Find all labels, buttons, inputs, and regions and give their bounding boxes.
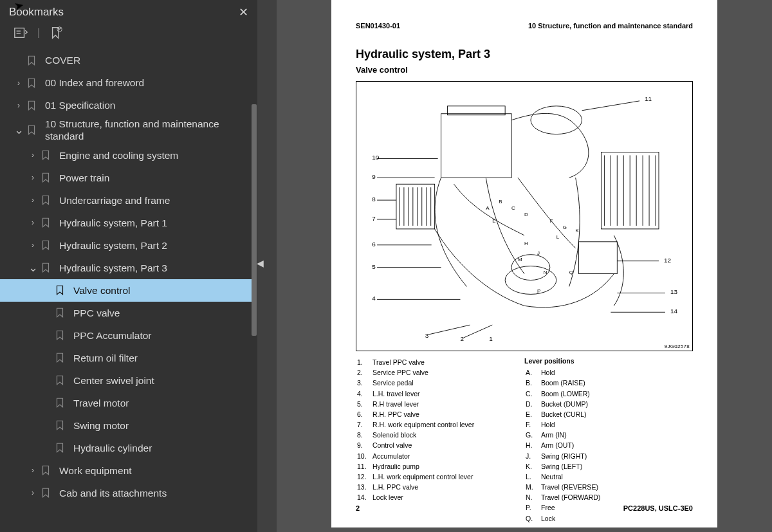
- chevron-right-icon[interactable]: ›: [26, 151, 40, 160]
- bookmark-item[interactable]: ›00 Index and foreword: [0, 71, 253, 94]
- part-name: R.H travel lever: [372, 399, 474, 408]
- lever-desc: Hold: [541, 368, 600, 377]
- bookmark-icon: [54, 397, 67, 408]
- bookmark-label: Valve control: [73, 284, 250, 297]
- lever-desc: Neutral: [541, 472, 600, 481]
- chevron-down-icon[interactable]: ⌄: [12, 127, 26, 133]
- bookmark-label: Swing motor: [73, 419, 250, 432]
- collapse-panel-icon[interactable]: ◀: [255, 257, 264, 269]
- chevron-right-icon[interactable]: ›: [26, 218, 40, 227]
- bookmarks-panel: Bookmarks ✕ | ›COVER›00 Index and forewo…: [0, 0, 257, 532]
- svg-rect-4: [441, 114, 511, 178]
- bookmark-icon: [40, 464, 53, 476]
- bookmark-item[interactable]: ›01 Specification: [0, 94, 253, 116]
- bookmark-item[interactable]: ›Engine and cooling system: [0, 144, 253, 167]
- svg-line-37: [463, 325, 492, 338]
- svg-rect-0: [15, 28, 24, 38]
- lever-desc: Bucket (CURL): [541, 410, 600, 419]
- callout-number: 11: [645, 95, 652, 102]
- svg-text:F: F: [550, 218, 553, 224]
- svg-text:D: D: [524, 212, 528, 217]
- chevron-right-icon[interactable]: ›: [26, 173, 40, 182]
- bookmark-icon: [40, 149, 53, 161]
- bookmark-item[interactable]: ›Travel motor: [0, 392, 253, 414]
- callout-number: 4: [372, 295, 376, 302]
- bookmark-item[interactable]: ›Power train: [0, 167, 253, 189]
- svg-text:N: N: [544, 270, 547, 275]
- svg-text:M: M: [518, 257, 522, 262]
- chevron-down-icon[interactable]: ⌄: [26, 264, 40, 271]
- bookmark-item[interactable]: ›Return oil filter: [0, 347, 253, 369]
- bookmark-item[interactable]: ›Work equipment: [0, 459, 253, 482]
- svg-text:Q: Q: [569, 270, 573, 275]
- parts-row: 5.R.H travel lever: [357, 399, 474, 408]
- bookmark-item[interactable]: ›Hydraulic system, Part 1: [0, 212, 253, 234]
- part-number: 6.: [357, 410, 371, 419]
- bookmark-item[interactable]: ›Hydraulic cylinder: [0, 437, 253, 459]
- chevron-right-icon[interactable]: ›: [26, 196, 40, 205]
- lever-row: G.Arm (IN): [526, 430, 600, 439]
- lever-letter: Q.: [526, 514, 540, 523]
- lever-letter: B.: [526, 378, 540, 387]
- bookmark-item[interactable]: ›Cab and its attachments: [0, 482, 253, 504]
- lever-desc: Swing (RIGHT): [541, 452, 600, 461]
- bookmark-item[interactable]: ⌄Hydraulic system, Part 3: [0, 257, 253, 279]
- chevron-right-icon[interactable]: ›: [12, 101, 26, 110]
- bookmark-label: Travel motor: [73, 397, 250, 409]
- part-number: 7.: [357, 420, 371, 429]
- lever-positions: Lever positions A.HoldB.Boom (RAISE)C.Bo…: [524, 356, 693, 524]
- document-viewport[interactable]: SEN01430-01 10 Structure, function and m…: [277, 0, 772, 532]
- chevron-right-icon[interactable]: ›: [12, 78, 26, 87]
- bookmark-label: Undercarriage and frame: [59, 194, 250, 206]
- bookmark-icon: [26, 124, 39, 136]
- parts-row: 4.L.H. travel lever: [357, 389, 474, 398]
- bookmark-icon: [54, 307, 67, 318]
- scrollbar[interactable]: [251, 104, 257, 439]
- bookmark-item[interactable]: ›Center swivel joint: [0, 369, 253, 392]
- bookmark-item[interactable]: ›Swing motor: [0, 414, 253, 437]
- parts-list: 1.Travel PPC valve2.Service PPC valve3.S…: [356, 356, 524, 524]
- chevron-right-icon[interactable]: ›: [26, 241, 40, 250]
- parts-row: 11.Hydraulic pump: [357, 462, 474, 471]
- bookmark-icon: [40, 172, 53, 183]
- bookmark-label: PPC valve: [73, 307, 250, 319]
- bookmark-label: Engine and cooling system: [59, 149, 250, 161]
- lever-row: A.Hold: [526, 368, 600, 377]
- part-name: Travel PPC valve: [372, 358, 474, 367]
- scrollbar-thumb[interactable]: [252, 104, 257, 336]
- chevron-right-icon[interactable]: ›: [26, 488, 40, 497]
- parts-row: 13.L.H. PPC valve: [357, 482, 474, 491]
- bookmark-icon: [54, 352, 67, 363]
- bookmark-item[interactable]: ›PPC valve: [0, 302, 253, 324]
- new-bookmark-icon[interactable]: [49, 26, 64, 40]
- bookmark-item[interactable]: ›Undercarriage and frame: [0, 189, 253, 212]
- bookmark-icon: [54, 442, 67, 454]
- callout-number: 10: [372, 154, 380, 161]
- bookmark-label: Hydraulic system, Part 3: [59, 262, 250, 274]
- bookmark-item[interactable]: ⌄10 Structure, function and maintenance …: [0, 116, 253, 144]
- part-number: 5.: [357, 399, 371, 408]
- bookmark-icon: [40, 262, 53, 273]
- lever-row: M.Travel (REVERSE): [526, 482, 600, 491]
- bookmark-icon: [40, 239, 53, 251]
- options-icon[interactable]: [13, 26, 28, 40]
- chevron-right-icon[interactable]: ›: [26, 466, 40, 475]
- part-number: 4.: [357, 389, 371, 398]
- bookmark-item[interactable]: ›Hydraulic system, Part 2: [0, 234, 253, 257]
- bookmark-item[interactable]: ›COVER: [0, 49, 253, 71]
- bookmark-item[interactable]: ›Valve control: [0, 279, 253, 302]
- svg-text:L: L: [556, 234, 560, 240]
- close-icon[interactable]: ✕: [239, 5, 248, 19]
- bookmark-label: Center swivel joint: [73, 374, 250, 387]
- lever-desc: Bucket (DUMP): [541, 399, 600, 408]
- bookmarks-title: Bookmarks: [9, 6, 64, 19]
- svg-text:G: G: [563, 225, 567, 230]
- lever-heading: Lever positions: [524, 356, 693, 365]
- bookmark-label: Hydraulic system, Part 2: [59, 239, 250, 252]
- page-footer: 2 PC228US, USLC-3E0: [356, 504, 693, 512]
- panel-divider[interactable]: ◀: [257, 0, 277, 532]
- bookmark-item[interactable]: ›PPC Accumulator: [0, 324, 253, 347]
- lever-letter: L.: [526, 472, 540, 481]
- svg-text:H: H: [524, 241, 528, 246]
- svg-line-38: [582, 101, 640, 111]
